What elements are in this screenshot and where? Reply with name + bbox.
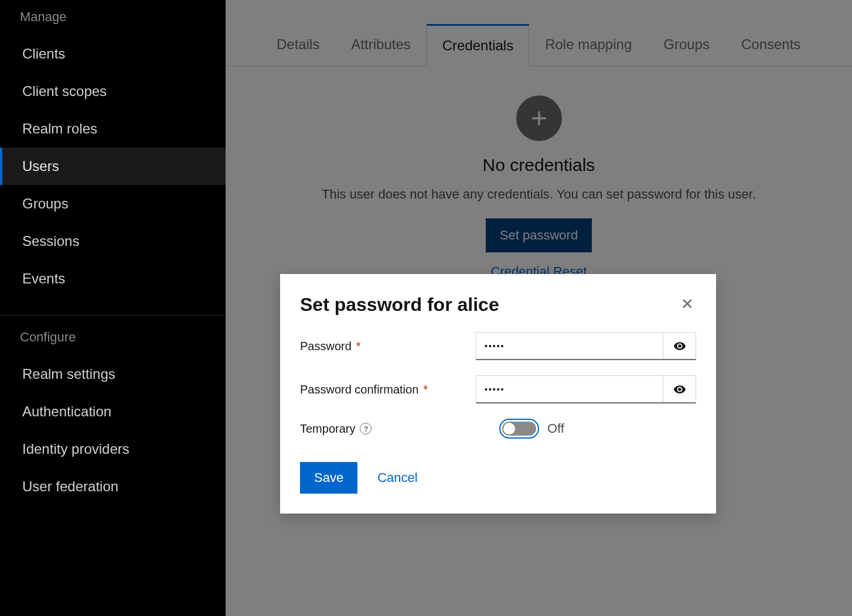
help-icon[interactable]: ? xyxy=(360,423,372,434)
sidebar-item-client-scopes[interactable]: Client scopes xyxy=(0,73,226,110)
sidebar-header-configure: Configure xyxy=(0,315,226,355)
sidebar-item-label: Authentication xyxy=(22,403,111,420)
sidebar-item-sessions[interactable]: Sessions xyxy=(0,223,226,260)
sidebar-item-clients[interactable]: Clients xyxy=(0,35,226,73)
sidebar-item-users[interactable]: Users xyxy=(0,148,226,185)
cancel-button[interactable]: Cancel xyxy=(377,470,417,485)
sidebar-item-label: Clients xyxy=(22,46,65,62)
toggle-state-label: Off xyxy=(547,421,564,436)
sidebar-item-label: Groups xyxy=(22,196,69,212)
sidebar-item-identity-providers[interactable]: Identity providers xyxy=(0,430,226,468)
save-button[interactable]: Save xyxy=(300,462,357,494)
sidebar-header-manage: Manage xyxy=(0,0,226,35)
sidebar-item-realm-settings[interactable]: Realm settings xyxy=(0,355,226,393)
temporary-label: Temporary ? xyxy=(300,422,476,436)
sidebar-item-label: Realm roles xyxy=(22,121,97,137)
password-label: Password * xyxy=(300,340,476,353)
modal-title: Set password for alice xyxy=(300,294,499,316)
sidebar-item-groups[interactable]: Groups xyxy=(0,185,226,223)
sidebar-item-label: Events xyxy=(22,271,65,287)
temporary-toggle[interactable] xyxy=(502,422,536,436)
password-input[interactable] xyxy=(476,333,663,359)
sidebar-item-label: Users xyxy=(22,158,59,174)
sidebar-item-authentication[interactable]: Authentication xyxy=(0,393,226,430)
sidebar-item-events[interactable]: Events xyxy=(0,260,226,297)
sidebar-item-label: Client scopes xyxy=(22,83,107,100)
sidebar-item-label: Sessions xyxy=(22,233,79,249)
set-password-modal: Set password for alice ✕ Password * Pass… xyxy=(280,274,716,514)
sidebar-item-realm-roles[interactable]: Realm roles xyxy=(0,110,226,148)
sidebar-item-label: User federation xyxy=(22,478,118,495)
eye-icon[interactable] xyxy=(663,333,696,359)
sidebar-item-user-federation[interactable]: User federation xyxy=(0,468,226,505)
required-asterisk: * xyxy=(356,340,361,353)
required-asterisk: * xyxy=(423,383,428,396)
toggle-knob xyxy=(503,423,515,434)
eye-icon[interactable] xyxy=(663,376,696,402)
password-confirm-input[interactable] xyxy=(476,376,663,402)
password-confirm-label: Password confirmation * xyxy=(300,383,476,396)
close-icon[interactable]: ✕ xyxy=(679,294,696,314)
sidebar-item-label: Realm settings xyxy=(22,366,115,382)
sidebar: Manage Clients Client scopes Realm roles… xyxy=(0,0,226,616)
sidebar-item-label: Identity providers xyxy=(22,441,129,457)
